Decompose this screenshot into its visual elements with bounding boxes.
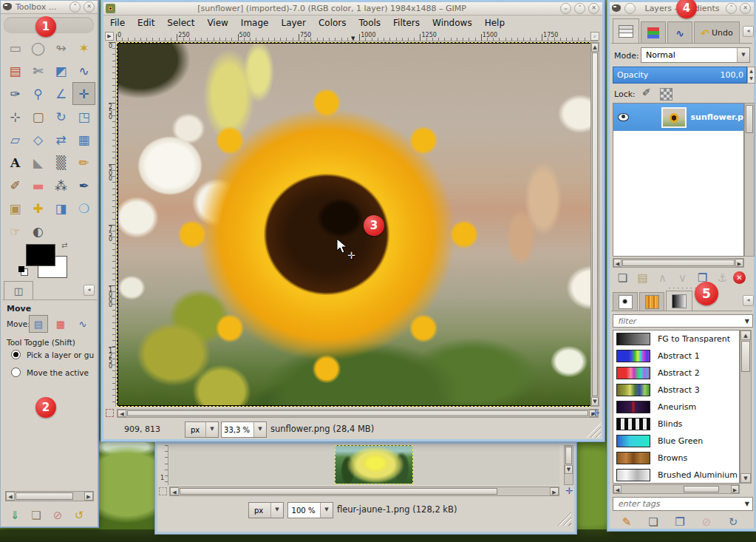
canvas-sunflower-image[interactable] xyxy=(118,44,597,405)
menu-layer[interactable]: Layer xyxy=(281,18,305,28)
tool-align[interactable]: ⊹ xyxy=(4,105,27,128)
image-window-fleur-jaune[interactable]: 1 ▼ ◀ ▶ ✛ px ▼ 100 % ▼ fleur xyxy=(155,442,576,534)
tool-foreground-select[interactable]: ◩ xyxy=(50,59,72,82)
tool-paths[interactable]: ∿ xyxy=(72,59,95,82)
tool-flip[interactable]: ⇄ xyxy=(50,128,72,151)
tab-gradients[interactable] xyxy=(666,291,692,311)
tool-move[interactable]: ✛ xyxy=(72,82,95,105)
move-target-option[interactable]: Move the active xyxy=(11,367,98,377)
tool-eraser[interactable]: ▬ xyxy=(27,174,50,197)
tool-rectangle-select[interactable]: ▭ xyxy=(4,36,27,59)
image-window-sunflower[interactable]: [sunflower] (imported)-7.0 (RGB color, 1… xyxy=(101,0,605,441)
tab-undo[interactable]: ↶ Undo xyxy=(694,21,740,44)
menu-image[interactable]: Image xyxy=(241,18,269,28)
delete-layer-button[interactable]: ✕ xyxy=(733,271,746,284)
fleur-image[interactable] xyxy=(335,445,413,484)
gradient-filter-input[interactable] xyxy=(616,316,745,326)
edit-gradient-button[interactable]: ✎ xyxy=(619,514,635,530)
menu-windows[interactable]: Windows xyxy=(432,18,472,28)
lock-alpha-icon[interactable] xyxy=(660,88,672,101)
tab-patterns[interactable] xyxy=(639,292,664,311)
tool-clone[interactable]: ▣ xyxy=(4,197,27,220)
tags-box[interactable]: ▼ xyxy=(613,497,753,511)
tab-brushes[interactable] xyxy=(613,292,638,311)
tool-free-select[interactable]: ↬ xyxy=(50,36,72,59)
fleur-quickmask-button[interactable] xyxy=(159,487,167,495)
tool-heal[interactable]: ✚ xyxy=(27,197,50,220)
canvas-menu-button[interactable]: ▶ xyxy=(105,32,114,41)
main-maximize-button[interactable]: ⌃ xyxy=(574,3,585,14)
tool-text[interactable]: A xyxy=(4,151,27,174)
zoom-dropdown-arrow[interactable]: ▼ xyxy=(253,422,266,437)
tool-cage-transform[interactable]: ▦ xyxy=(72,128,95,151)
toolbox-dock-menu-button[interactable]: ◂ xyxy=(84,285,95,296)
tool-zoom[interactable]: ⚲ xyxy=(27,82,50,105)
refresh-gradients-button[interactable]: ↻ xyxy=(725,514,741,530)
gradient-item[interactable]: Abstract 3 xyxy=(613,382,739,399)
gradient-item[interactable]: Aneurism xyxy=(613,399,739,416)
fleur-unit-combo[interactable]: px ▼ xyxy=(248,502,284,518)
toolbox-titlebar[interactable]: Toolbox … ⌃ ✕ xyxy=(1,1,98,14)
new-gradient-button[interactable]: ❏ xyxy=(645,514,661,530)
unit-dropdown-arrow[interactable]: ▼ xyxy=(205,422,218,437)
gradient-item[interactable]: FG to Transparent xyxy=(613,331,739,348)
tool-color-picker[interactable]: ✑ xyxy=(4,82,27,105)
gradient-list-vscrollbar[interactable]: ▲ ▼ xyxy=(740,330,752,484)
layer-visibility-icon[interactable] xyxy=(618,113,629,121)
tool-paintbrush[interactable]: ✐ xyxy=(4,174,27,197)
layer-list-vscrollbar[interactable] xyxy=(744,103,755,257)
tool-measure[interactable]: ∠ xyxy=(50,82,72,105)
radio-button[interactable] xyxy=(11,350,21,359)
menu-view[interactable]: View xyxy=(207,18,228,28)
zoom-combo[interactable]: 33,3 % ▼ xyxy=(221,421,267,438)
toolbox-shade-button[interactable]: ⌃ xyxy=(69,1,81,13)
tool-fuzzy-select[interactable]: ✶ xyxy=(72,36,95,59)
gradient-item[interactable]: Blue Green xyxy=(613,433,739,450)
tags-dropdown-arrow[interactable]: ▼ xyxy=(745,501,749,507)
main-navigation-icon[interactable]: ✛ xyxy=(590,408,601,419)
gradient-item[interactable]: Blinds xyxy=(613,416,739,433)
gradients-dock-menu-button[interactable]: ◂ xyxy=(743,295,754,306)
toolbox-close-button[interactable]: ✕ xyxy=(84,1,95,13)
radio-button[interactable] xyxy=(11,367,21,377)
new-layer-group-button[interactable]: ▤ xyxy=(633,270,652,286)
tab-paths[interactable]: ∿ xyxy=(667,21,692,44)
fleur-resize-grip[interactable] xyxy=(555,509,571,526)
gradient-item[interactable]: Abstract 1 xyxy=(613,348,739,365)
layer-row-sunflower[interactable]: sunflower.p xyxy=(613,104,743,131)
menu-select[interactable]: Select xyxy=(167,18,194,28)
menu-edit[interactable]: Edit xyxy=(137,18,154,28)
opacity-spinner[interactable]: ▲▼ xyxy=(747,67,755,84)
menu-help[interactable]: Help xyxy=(485,18,505,28)
layer-list[interactable]: sunflower.p xyxy=(613,103,744,257)
tool-scissors-select[interactable]: ✄ xyxy=(27,59,50,82)
tool-smudge[interactable]: ☞ xyxy=(4,220,27,243)
dock-menu-round-button[interactable] xyxy=(624,3,636,14)
tool-shear[interactable]: ▱ xyxy=(4,128,27,151)
gradient-item[interactable]: Browns xyxy=(613,450,739,467)
tool-perspective-clone[interactable]: ◨ xyxy=(50,197,72,220)
menu-colors[interactable]: Colors xyxy=(319,18,347,28)
fleur-navigation-icon[interactable]: ✛ xyxy=(565,487,574,496)
main-titlebar[interactable]: [sunflower] (imported)-7.0 (RGB color, 1… xyxy=(103,2,602,16)
menu-tools[interactable]: Tools xyxy=(359,18,381,28)
fleur-hscrollbar[interactable]: ◀ ▶ xyxy=(169,487,559,496)
dock-tab-menu-button[interactable]: ◂ xyxy=(743,26,754,37)
move-layer-button[interactable]: ▤ xyxy=(29,315,48,333)
quickmask-button[interactable] xyxy=(106,409,114,417)
tool-scale[interactable]: ◳ xyxy=(72,105,95,128)
reset-tool-options-button[interactable]: ↺ xyxy=(71,507,87,524)
horizontal-ruler[interactable]: 02505007501000125015001750 ▼ xyxy=(116,32,598,41)
swap-colors-icon[interactable]: ⇄ xyxy=(61,241,67,249)
dock-maximize-button[interactable]: ⌃ xyxy=(726,3,737,14)
fleur-zoom-dropdown-arrow[interactable]: ▼ xyxy=(320,503,333,518)
tool-rotate[interactable]: ↻ xyxy=(50,105,72,128)
dock-close-button[interactable]: ✕ xyxy=(740,3,751,14)
tool-perspective[interactable]: ◇ xyxy=(27,128,50,151)
tool-pencil[interactable]: ✏ xyxy=(72,151,95,174)
foreground-color-swatch[interactable] xyxy=(26,244,55,266)
gradient-item[interactable]: Abstract 2 xyxy=(613,365,739,382)
tab-layers[interactable] xyxy=(613,18,639,44)
tool-blur-sharpen[interactable]: ❍ xyxy=(72,197,95,220)
save-tool-options-button[interactable]: ⇓ xyxy=(7,507,23,524)
